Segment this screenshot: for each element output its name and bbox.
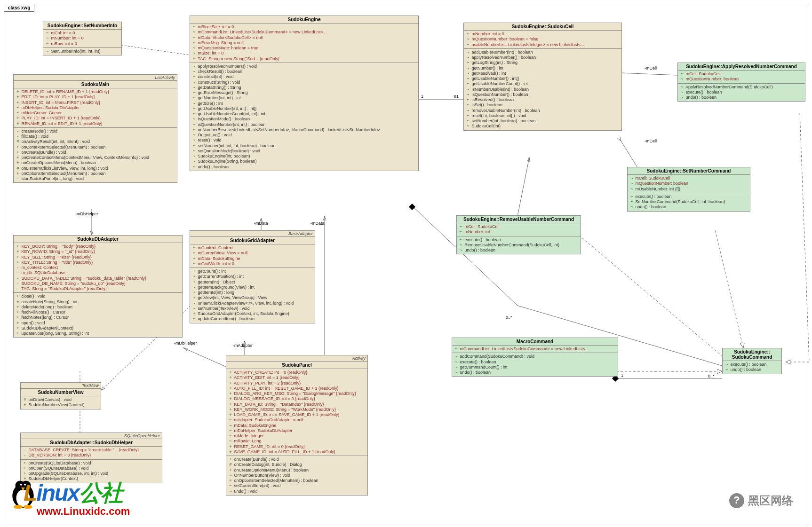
lbl-mdbh1: -mDbHelper	[75, 212, 98, 216]
lbl-mdbh2: -mDbHelper	[174, 341, 197, 346]
class-sudokucmd: SudokuEngine::SudokuCommand~ execute() :…	[722, 348, 782, 374]
class-sudokucell: SudokuEngine::SudokuCell~ mNumber: int =…	[463, 23, 622, 131]
mult-0b: 0..*	[506, 315, 512, 320]
mult-1: 1	[421, 94, 423, 99]
lbl-madapter: -mAdapter	[233, 343, 253, 348]
mult-0a: 0..*	[708, 374, 715, 378]
linux-wordmark: Linux公社	[24, 478, 122, 508]
class-setnumcmd: SudokuEngine::SetNumberCommand~ mCell: S…	[627, 167, 750, 212]
svg-point-18	[20, 484, 22, 486]
lbl-mcell2: -mCell	[645, 139, 657, 143]
class-dbhelper: SQLiteOpenHelperSudokuDbAdapter::SudokuD…	[20, 433, 162, 483]
class-setnumberinfo: SudokuEngine::SetNumberInfo~ mCol: int =…	[43, 22, 122, 55]
lbl-mcell1: -mCell	[645, 66, 657, 71]
class-sudokumain: ListActivitySudokuMain+ DELETE_ID: int =…	[13, 74, 177, 183]
question-icon	[729, 493, 744, 508]
mult-81: 81	[454, 94, 459, 99]
svg-point-20	[14, 505, 23, 509]
mult-1b: 1	[621, 373, 623, 378]
class-sudokuengine: SudokuEngine~ mBlockSize: int = 0~ mComm…	[190, 16, 419, 171]
class-gridadapter: BaseAdapterSudokuGridAdapter~ mContext: …	[190, 230, 315, 323]
class-macrocmd: MacroCommand~ mCommandList: LinkedList<S…	[452, 338, 618, 377]
class-dbadapter: SudokuDbAdapter+ KEY_BODY: String = "bod…	[13, 235, 183, 338]
lbl-mdata1: -mData	[254, 221, 268, 226]
class-panel: ActivitySudokuPanel+ ACTIVITY_CREATE: in…	[226, 355, 368, 496]
heiqu-watermark: 黑区网络	[729, 493, 793, 508]
class-removecmd: SudokuEngine::RemoveUsableNumberCommand~…	[456, 215, 581, 254]
class-numberview: TextViewSudokuNumberView# onDraw(Canvas)…	[20, 382, 101, 409]
class-applycmd: SudokuEngine::ApplyResolvedNumberCommand…	[677, 63, 805, 102]
linuxidc-url: www.Linuxidc.com	[37, 505, 130, 518]
lbl-mdata2: -mData	[310, 221, 325, 226]
frame-label: class xwg	[4, 4, 34, 12]
